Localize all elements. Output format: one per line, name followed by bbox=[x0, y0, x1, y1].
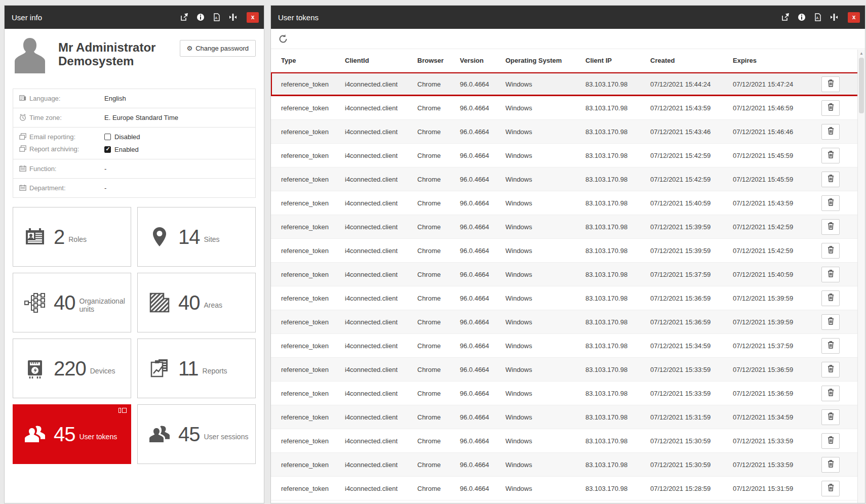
cell-browser: Chrome bbox=[417, 152, 460, 159]
column-header-client-ip[interactable]: Client IP bbox=[585, 57, 650, 64]
delete-token-button[interactable] bbox=[821, 124, 840, 140]
token-row[interactable]: reference_tokeni4connected.clientChrome9… bbox=[271, 429, 865, 453]
delete-token-button[interactable] bbox=[821, 195, 840, 211]
cell-type: reference_token bbox=[281, 295, 345, 302]
delete-token-button[interactable] bbox=[821, 314, 840, 330]
cell-created: 07/12/2021 15:36:59 bbox=[650, 295, 733, 302]
token-row[interactable]: reference_tokeni4connected.clientChrome9… bbox=[271, 120, 865, 144]
refresh-icon[interactable] bbox=[278, 34, 288, 44]
cell-expires: 07/12/2021 15:31:59 bbox=[733, 485, 819, 492]
cell-created: 07/12/2021 15:31:59 bbox=[650, 413, 733, 421]
token-row[interactable]: reference_tokeni4connected.clientChrome9… bbox=[271, 215, 865, 239]
token-row[interactable]: reference_tokeni4connected.clientChrome9… bbox=[271, 358, 865, 382]
report-archiving-checkbox[interactable] bbox=[104, 146, 111, 153]
token-row[interactable]: reference_tokeni4connected.clientChrome9… bbox=[271, 405, 865, 429]
pdf-export-icon[interactable]: A bbox=[813, 13, 822, 22]
pin-icon[interactable] bbox=[781, 13, 790, 22]
tile-sites[interactable]: 14Sites bbox=[137, 207, 256, 267]
token-row[interactable]: reference_tokeni4connected.clientChrome9… bbox=[271, 144, 865, 167]
cell-created: 07/12/2021 15:30:59 bbox=[650, 461, 733, 469]
tile-user-tokens[interactable]: 45User tokens bbox=[13, 404, 131, 464]
cell-expires: 07/12/2021 15:47:24 bbox=[733, 80, 819, 88]
tile-count: 220 bbox=[54, 357, 86, 380]
cell-client_ip: 83.103.170.98 bbox=[585, 199, 650, 207]
tile-areas[interactable]: 40Areas bbox=[137, 273, 256, 332]
close-icon[interactable]: x bbox=[848, 12, 860, 23]
change-password-button[interactable]: ⚙ Change password bbox=[180, 40, 256, 57]
token-row[interactable]: reference_tokeni4connected.clientChrome9… bbox=[271, 310, 865, 334]
token-row[interactable]: reference_tokeni4connected.clientChrome9… bbox=[271, 239, 865, 263]
tile-reports[interactable]: 11Reports bbox=[137, 339, 256, 398]
email-reporting-checkbox[interactable] bbox=[104, 134, 111, 140]
cell-browser: Chrome bbox=[417, 342, 460, 350]
function-icon bbox=[19, 165, 26, 172]
cell-client_ip: 83.103.170.98 bbox=[585, 390, 650, 397]
delete-token-button[interactable] bbox=[821, 148, 840, 163]
user-info-panel-header: User info A x bbox=[5, 6, 264, 29]
delete-token-button[interactable] bbox=[821, 386, 840, 401]
info-icon[interactable] bbox=[797, 13, 806, 22]
cell-browser: Chrome bbox=[417, 437, 460, 445]
cell-os: Windows bbox=[505, 152, 585, 159]
token-row[interactable]: reference_tokeni4connected.clientChrome9… bbox=[271, 477, 865, 500]
info-icon[interactable] bbox=[196, 13, 205, 22]
trash-icon bbox=[828, 317, 834, 326]
report-archiving-icon bbox=[19, 145, 26, 152]
token-row[interactable]: reference_tokeni4connected.clientChrome9… bbox=[271, 286, 865, 310]
token-row[interactable]: reference_tokeni4connected.clientChrome9… bbox=[271, 96, 865, 120]
token-row[interactable]: reference_tokeni4connected.clientChrome9… bbox=[271, 382, 865, 405]
delete-token-button[interactable] bbox=[821, 76, 840, 92]
delete-token-button[interactable] bbox=[821, 457, 840, 473]
cell-type: reference_token bbox=[281, 80, 345, 88]
vertical-scrollbar[interactable]: ▲ bbox=[857, 50, 865, 503]
column-header-expires[interactable]: Expires bbox=[733, 57, 819, 64]
tile-organizational-units[interactable]: 40Organizational units bbox=[13, 273, 131, 332]
token-row[interactable]: reference_tokeni4connected.clientChrome9… bbox=[271, 453, 865, 477]
collapse-panel-icon[interactable] bbox=[830, 13, 838, 22]
delete-token-button[interactable] bbox=[821, 243, 840, 259]
delete-token-button[interactable] bbox=[821, 409, 840, 425]
scroll-up-icon[interactable]: ▲ bbox=[858, 50, 865, 56]
split-view-icon[interactable] bbox=[119, 408, 127, 413]
cell-browser: Chrome bbox=[417, 366, 460, 373]
column-header-type[interactable]: Type bbox=[281, 57, 345, 64]
delete-token-button[interactable] bbox=[821, 290, 840, 306]
tile-devices[interactable]: 220Devices bbox=[13, 339, 131, 398]
pin-icon[interactable] bbox=[180, 13, 188, 22]
scrollbar-thumb[interactable] bbox=[859, 58, 864, 113]
delete-token-button[interactable] bbox=[821, 433, 840, 449]
cell-browser: Chrome bbox=[417, 390, 460, 397]
column-header-browser[interactable]: Browser bbox=[417, 57, 460, 64]
collapse-panel-icon[interactable] bbox=[228, 13, 237, 22]
column-header-version[interactable]: Version bbox=[460, 57, 505, 64]
token-row[interactable]: reference_tokeni4connected.clientChrome9… bbox=[271, 334, 865, 358]
token-row[interactable]: reference_tokeni4connected.clientChrome9… bbox=[271, 167, 865, 191]
pdf-export-icon[interactable]: A bbox=[212, 13, 221, 22]
tile-user-sessions[interactable]: 45User sessions bbox=[137, 404, 256, 464]
token-row[interactable]: reference_tokeni4connected.clientChrome9… bbox=[271, 263, 865, 286]
delete-token-button[interactable] bbox=[821, 172, 840, 187]
cell-client_id: i4connected.client bbox=[345, 176, 417, 183]
cell-type: reference_token bbox=[281, 390, 345, 397]
language-icon bbox=[19, 95, 26, 102]
trash-icon bbox=[828, 175, 834, 184]
tile-count: 40 bbox=[178, 291, 200, 314]
delete-token-button[interactable] bbox=[821, 481, 840, 496]
cell-client_id: i4connected.client bbox=[345, 413, 417, 421]
close-icon[interactable]: x bbox=[247, 12, 259, 23]
delete-token-button[interactable] bbox=[821, 338, 840, 354]
tile-roles[interactable]: 2Roles bbox=[13, 207, 131, 267]
token-row[interactable]: reference_tokeni4connected.clientChrome9… bbox=[271, 72, 865, 96]
detail-row-department: Department: - bbox=[13, 179, 255, 197]
column-header-operating-system[interactable]: Operating System bbox=[505, 57, 585, 64]
trash-icon bbox=[828, 103, 834, 112]
delete-token-button[interactable] bbox=[821, 219, 840, 235]
column-header-clientid[interactable]: ClientId bbox=[345, 57, 417, 64]
reports-icon bbox=[148, 357, 171, 380]
column-header-created[interactable]: Created bbox=[650, 57, 733, 64]
delete-token-button[interactable] bbox=[821, 362, 840, 377]
token-row[interactable]: reference_tokeni4connected.clientChrome9… bbox=[271, 191, 865, 215]
cell-created: 07/12/2021 15:43:46 bbox=[650, 128, 733, 136]
delete-token-button[interactable] bbox=[821, 267, 840, 282]
delete-token-button[interactable] bbox=[821, 100, 840, 116]
